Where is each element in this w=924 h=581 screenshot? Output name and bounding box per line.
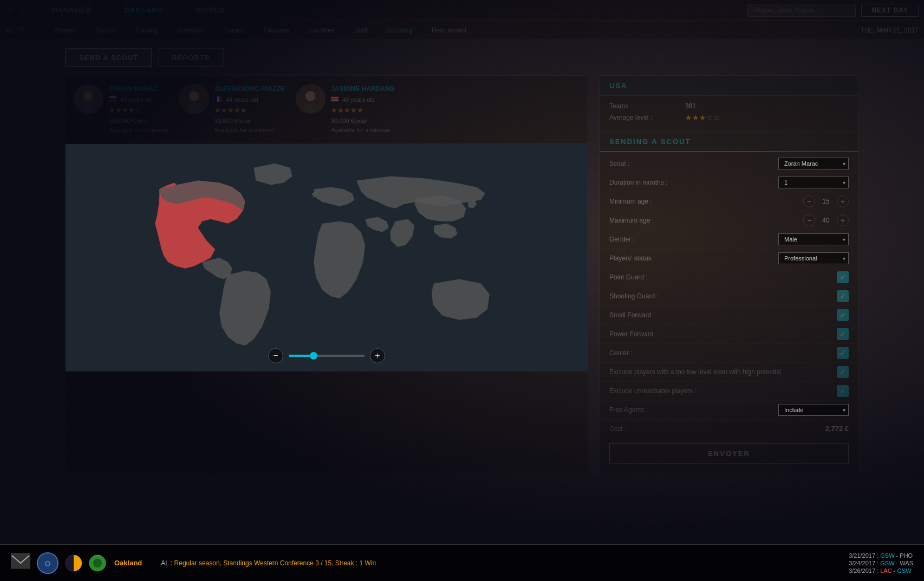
svg-rect-9	[11, 553, 30, 569]
ticker-prefix: AL :	[161, 559, 172, 567]
team-badge-icon[interactable]: O	[37, 552, 58, 574]
match-team1-2: GSW	[880, 560, 894, 566]
free-agents-dropdown[interactable]: Include	[778, 404, 849, 416]
scout-dropdown[interactable]: Zoran Marac	[778, 158, 849, 169]
world-map-svg[interactable]	[132, 155, 522, 361]
scout-dropdown-wrap[interactable]: Zoran Marac	[778, 158, 849, 169]
gender-dropdown[interactable]: Male	[778, 233, 849, 245]
ticker-text: AL : Regular season, Standings Western C…	[161, 559, 841, 567]
match-date-3: 3/26/2017 :	[849, 567, 879, 574]
bottom-bar: O Oakland AL : Regular season, Standings…	[0, 544, 924, 581]
player-status-dropdown-wrap[interactable]: Professional	[778, 252, 849, 264]
green-circle-icon[interactable]	[89, 554, 106, 572]
match-item-2: 3/24/2017 : GSW - WAS	[849, 560, 913, 566]
player-status-dropdown[interactable]: Professional	[778, 252, 849, 264]
match-team2-1: PHO	[900, 552, 913, 559]
gender-dropdown-wrap[interactable]: Male	[778, 233, 849, 245]
zoom-handle[interactable]	[310, 352, 317, 360]
map-controls: − +	[268, 348, 385, 363]
zoom-slider[interactable]	[289, 355, 365, 357]
match-item-3: 3/26/2017 : LAC - GSW	[849, 567, 913, 574]
match-team2-2: WAS	[900, 560, 913, 566]
zoom-in-button[interactable]: +	[370, 348, 385, 363]
match-item-1: 3/21/2017 : GSW - PHO	[849, 552, 913, 559]
match-team2-3: GSW	[897, 567, 911, 574]
match-date-2: 3/24/2017 :	[849, 560, 879, 566]
match-schedule: 3/21/2017 : GSW - PHO 3/24/2017 : GSW - …	[849, 552, 913, 574]
match-team1-1: GSW	[880, 552, 894, 559]
mail-icon[interactable]	[11, 553, 30, 573]
map-area[interactable]: − +	[66, 144, 588, 371]
free-agents-dropdown-wrap[interactable]: Include	[778, 404, 849, 416]
svg-text:O: O	[45, 559, 51, 568]
match-date-1: 3/21/2017 :	[849, 552, 879, 559]
svg-point-14	[93, 559, 102, 567]
ticker-body: Regular season, Standings Western Confer…	[174, 559, 376, 567]
zoom-out-button[interactable]: −	[268, 348, 283, 363]
match-team1-3: LAC	[880, 567, 892, 574]
half-circle-icon[interactable]	[65, 554, 82, 572]
bottom-icons: O	[11, 552, 106, 574]
duration-dropdown[interactable]: 1	[778, 177, 849, 188]
duration-dropdown-wrap[interactable]: 1	[778, 177, 849, 188]
team-name: Oakland	[114, 559, 142, 567]
